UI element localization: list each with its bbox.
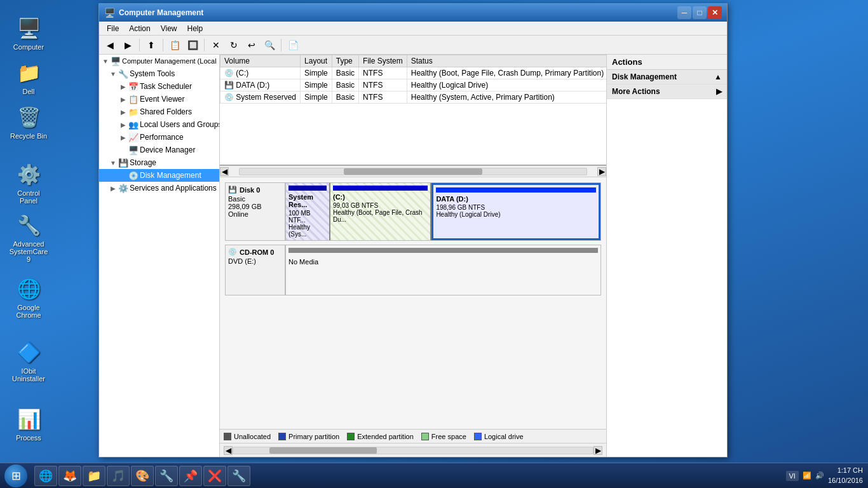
tree-system-tools[interactable]: ▼ 🔧 System Tools [99, 67, 219, 80]
desktop-icon-systemcare-label: Advanced SystemCare 9 [9, 240, 48, 263]
search-button[interactable]: 🔍 [261, 37, 278, 53]
taskbar-app-explorer[interactable]: 📁 [83, 466, 105, 486]
systemcare-icon: 🔧 [16, 212, 41, 238]
statusbar-scroll-thumb[interactable] [269, 447, 377, 454]
actions-section-disk-management-title[interactable]: Disk Management ▲ [607, 70, 727, 84]
tree-toggle-shared-folders[interactable]: ▶ [119, 108, 127, 116]
legend-logical-label: Logical drive [484, 433, 524, 440]
scroll-thumb[interactable] [344, 168, 482, 175]
show-hide-button[interactable]: 📋 [166, 37, 183, 53]
partition-data-d[interactable]: DATA (D:) 198,96 GB NTFS Healthy (Logica… [431, 183, 600, 240]
tree-performance-label: Performance [140, 133, 184, 142]
vol-d-fs: NTFS [359, 79, 407, 92]
actions-panel: Actions Disk Management ▲ More Actions ▶ [606, 55, 727, 457]
actions-section-disk-management: Disk Management ▲ [607, 70, 727, 85]
legend-bar: Unallocated Primary partition Extended p… [220, 429, 606, 443]
delete-button[interactable]: ✕ [208, 37, 224, 53]
statusbar-scroll-right[interactable]: ▶ [593, 446, 602, 455]
tree-task-scheduler[interactable]: ▶ 📅 Task Scheduler [99, 80, 219, 93]
cdrom0-icon: 💿 [228, 248, 237, 256]
maximize-button[interactable]: □ [693, 6, 707, 19]
desktop-icon-process[interactable]: 📊 Process [6, 403, 51, 444]
window-controls: ─ □ ✕ [677, 6, 722, 19]
tree-storage[interactable]: ▼ 💾 Storage [99, 156, 219, 169]
menu-action[interactable]: Action [124, 23, 155, 34]
actions-section-more-title[interactable]: More Actions ▶ [607, 85, 727, 98]
menu-view[interactable]: View [156, 23, 182, 34]
refresh-button[interactable]: ↻ [226, 37, 242, 53]
export-button[interactable]: ↩ [243, 37, 260, 53]
tree-storage-label: Storage [130, 158, 156, 167]
table-row[interactable]: 💿 (C:) Simple Basic NTFS Healthy (Boot, … [220, 67, 607, 79]
scroll-track[interactable] [239, 168, 587, 175]
partition-sys-reserved[interactable]: System Res... 100 MB NTF... Healthy (Sys… [286, 183, 330, 240]
tree-root[interactable]: ▼ 🖥️ Computer Management (Local [99, 55, 219, 67]
c-name: (C:) [333, 193, 428, 201]
vol-c-layout: Simple [301, 67, 332, 79]
tree-performance[interactable]: ▶ 📈 Performance [99, 131, 219, 144]
desktop-icon-computer-label: Computer [13, 43, 44, 51]
desktop-icon-iobit[interactable]: 🔷 IObit Uninstaller [6, 337, 51, 385]
start-button[interactable]: ⊞ [0, 463, 32, 489]
desktop-icon-recycle[interactable]: 🗑️ Recycle Bin [6, 102, 51, 142]
minimize-button[interactable]: ─ [677, 6, 691, 19]
taskbar-app-pin[interactable]: 📌 [179, 466, 202, 486]
desktop-icon-dell[interactable]: 📁 Dell [6, 57, 51, 98]
disk0-type: Basic [228, 195, 282, 203]
vol-c-fs: NTFS [359, 67, 407, 79]
menu-help[interactable]: Help [182, 23, 208, 34]
tree-toggle-services[interactable]: ▶ [109, 184, 117, 192]
disk0-partitions: System Res... 100 MB NTF... Healthy (Sys… [285, 182, 601, 241]
tree-disk-management[interactable]: ▶ 💿 Disk Management [99, 169, 219, 182]
taskbar-app-ie[interactable]: 🌐 [34, 466, 57, 486]
help-toolbar-button[interactable]: 📄 [285, 37, 301, 53]
desktop-icon-advanced-systemcare[interactable]: 🔧 Advanced SystemCare 9 [6, 210, 51, 266]
tree-services-applications[interactable]: ▶ ⚙️ Services and Applications [99, 182, 219, 194]
tree-event-viewer[interactable]: ▶ 📋 Event Viewer [99, 93, 219, 105]
tree-device-manager[interactable]: ▶ 🖥️ Device Manager [99, 144, 219, 156]
menubar: File Action View Help [99, 22, 727, 36]
statusbar-scroll-left[interactable]: ◀ [224, 446, 233, 455]
tree-toggle-storage[interactable]: ▼ [109, 159, 117, 166]
tree-toggle-root[interactable]: ▼ [102, 57, 109, 65]
desktop-icon-control-panel[interactable]: ⚙️ Control Panel [6, 159, 51, 207]
table-row[interactable]: 💾 DATA (D:) Simple Basic NTFS Healthy (L… [220, 79, 607, 92]
partition-c[interactable]: (C:) 99,03 GB NTFS Healthy (Boot, Page F… [330, 183, 431, 240]
scroll-right-button[interactable]: ▶ [597, 167, 606, 176]
volume-table-container: Volume Layout Type File System Status C … [220, 55, 606, 166]
desktop-icon-chrome[interactable]: 🌐 Google Chrome [6, 273, 51, 322]
legend-unallocated-label: Unallocated [234, 433, 271, 440]
taskbar-app-x[interactable]: ❌ [203, 466, 226, 486]
desktop-icon-control-panel-label: Control Panel [9, 189, 48, 205]
up-button[interactable]: ⬆ [143, 37, 159, 53]
properties-button[interactable]: 🔲 [184, 37, 201, 53]
statusbar-scroll-track[interactable] [233, 447, 593, 454]
desktop-icon-process-label: Process [16, 434, 41, 442]
table-row[interactable]: 💿 System Reserved Simple Basic NTFS Heal… [220, 92, 607, 104]
vol-d-status: Healthy (Logical Drive) [407, 79, 606, 92]
tree-local-users[interactable]: ▶ 👥 Local Users and Groups [99, 118, 219, 131]
table-scrollbar[interactable]: ◀ ▶ [220, 166, 606, 177]
taskbar-app-paint[interactable]: 🎨 [131, 466, 154, 486]
taskbar-language[interactable]: VI [786, 471, 799, 481]
tree-toggle-local-users[interactable]: ▶ [119, 121, 127, 128]
shared-folders-icon: 📁 [128, 107, 139, 117]
tree-toggle-task-scheduler[interactable]: ▶ [119, 83, 127, 90]
disk0-size: 298,09 GB [228, 203, 282, 210]
taskbar-app-tools[interactable]: 🔧 [155, 466, 178, 486]
tree-toggle-event-viewer[interactable]: ▶ [119, 95, 127, 103]
actions-disk-management-chevron: ▲ [714, 72, 722, 81]
taskbar-app-media[interactable]: 🎵 [107, 466, 130, 486]
tree-toggle-system-tools[interactable]: ▼ [109, 70, 117, 78]
tree-toggle-performance[interactable]: ▶ [119, 133, 127, 141]
taskbar-app-firefox[interactable]: 🦊 [58, 466, 81, 486]
menu-file[interactable]: File [102, 23, 124, 34]
statusbar: ◀ ▶ [220, 443, 606, 457]
forward-button[interactable]: ▶ [119, 37, 136, 53]
tree-shared-folders[interactable]: ▶ 📁 Shared Folders [99, 105, 219, 118]
taskbar-app-config[interactable]: 🔧 [227, 466, 250, 486]
desktop-icon-computer[interactable]: 🖥️ Computer [6, 13, 51, 53]
back-button[interactable]: ◀ [102, 37, 118, 53]
scroll-left-button[interactable]: ◀ [220, 167, 229, 176]
close-button[interactable]: ✕ [708, 6, 722, 19]
